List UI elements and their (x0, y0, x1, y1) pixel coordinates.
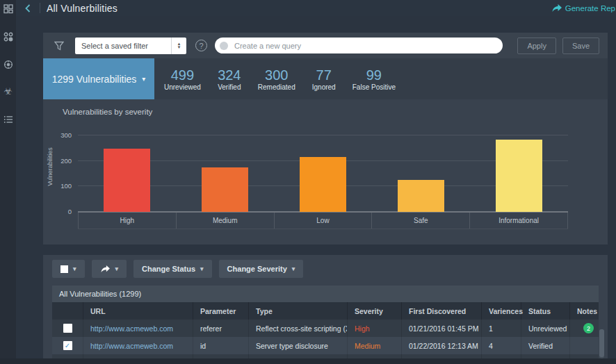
table-toolbar: ▾ ▾ Change Status ▾ Change Severity ▾ (43, 255, 608, 283)
total-vulnerabilities-dropdown[interactable]: 1299 Vulnerabilities ▾ (43, 58, 154, 99)
change-severity-label: Change Severity (227, 265, 287, 273)
change-status-label: Change Status (142, 265, 195, 273)
select-spinner-icon: ▲▼ (171, 38, 186, 54)
stat-label: Remediated (258, 83, 295, 91)
chart-category-axis: HighMediumLowSafeInformational (78, 212, 568, 229)
chart-band (274, 123, 372, 212)
saved-filter-value: Select a saved filter (75, 42, 171, 50)
stat-label: False Positive (352, 83, 396, 91)
chevron-down-icon: ▾ (292, 265, 295, 272)
stat-value: 77 (308, 67, 340, 83)
change-status-button[interactable]: Change Status ▾ (133, 260, 212, 278)
bar-informational[interactable] (496, 140, 543, 212)
stat-label: Ignored (308, 83, 340, 91)
tick-label: 200 (60, 157, 72, 165)
parameter-cell: id (193, 337, 249, 354)
note-badge[interactable]: 2 (583, 323, 594, 333)
bar-low[interactable] (300, 157, 347, 212)
top-header: All Vulnerbilities Generate Rep (16, 0, 616, 16)
share-arrow-icon (100, 265, 111, 273)
stat-value: 300 (258, 67, 295, 83)
table-body: http://www.acmeweb.comrefererReflect cro… (52, 320, 599, 364)
chevron-down-icon: ▾ (200, 265, 204, 272)
share-arrow-icon (552, 4, 562, 13)
bar-safe[interactable] (398, 180, 445, 212)
parameter-cell: referer (193, 320, 249, 337)
scrollbar-thumb[interactable] (599, 329, 604, 357)
vulnerabilities-table-card: ▾ ▾ Change Status ▾ Change Severity ▾ Al… (43, 255, 608, 364)
column-header[interactable]: Severity (348, 302, 402, 320)
column-header[interactable]: Parameter (193, 302, 249, 320)
chart-y-axis-label: Vulnerabilities (47, 132, 54, 201)
filter-bar: Select a saved filter ▲▼ ? Apply Save (43, 33, 608, 58)
save-button[interactable]: Save (562, 38, 599, 54)
chevron-down-icon: ▾ (115, 265, 119, 272)
column-header[interactable]: Type (249, 302, 348, 320)
chart-band (372, 123, 470, 212)
column-header[interactable]: URL (83, 302, 193, 320)
chart-band (78, 123, 176, 212)
checkbox-cell (52, 320, 83, 337)
chart-plot-area: 0100200300 (78, 123, 568, 212)
column-header[interactable]: First Discovered (402, 302, 482, 320)
category-label: High (78, 213, 177, 229)
column-header[interactable]: Status (521, 302, 570, 320)
table-scrollbar[interactable] (599, 329, 604, 358)
stats-list: 499Unreviewed324Verified300Remediated77I… (154, 58, 396, 99)
stat-item: 99False Positive (352, 67, 396, 91)
category-label: Low (275, 213, 373, 229)
notes-cell (570, 337, 599, 354)
chevron-down-icon: ▾ (142, 75, 145, 83)
query-input[interactable] (234, 42, 496, 50)
column-header[interactable]: Notes (570, 302, 599, 320)
column-header[interactable]: Variences (482, 302, 521, 320)
stat-item: 499Unreviewed (164, 67, 201, 91)
stat-item: 300Remediated (258, 67, 295, 91)
filter-icon (54, 41, 64, 51)
notes-cell: 2 (570, 320, 599, 337)
stat-item: 77Ignored (308, 67, 340, 91)
chart-title: Vulnerabilities by severity (63, 108, 152, 116)
chevron-down-icon: ▾ (73, 265, 76, 272)
table-row[interactable]: ✓http://www.acmeweb.comidServer type dis… (52, 337, 599, 354)
bar-medium[interactable] (202, 167, 249, 212)
list-icon[interactable] (3, 114, 13, 124)
column-header[interactable] (52, 302, 83, 320)
generate-report-button[interactable]: Generate Rep (552, 4, 616, 13)
status-cell: Unreviewed (521, 320, 570, 337)
dashboard-icon[interactable] (3, 3, 13, 14)
tick-label: 0 (68, 208, 72, 215)
share-dropdown[interactable]: ▾ (92, 260, 127, 278)
stat-value: 499 (164, 67, 201, 83)
components-icon[interactable] (3, 31, 13, 42)
header-divider (40, 3, 40, 13)
select-all-dropdown[interactable]: ▾ (52, 260, 85, 278)
type-cell: Server type disclosure (249, 337, 348, 354)
saved-filter-select[interactable]: Select a saved filter ▲▼ (75, 38, 186, 54)
total-vulnerabilities-label: 1299 Vulnerabilities (52, 74, 137, 85)
row-checkbox[interactable] (63, 324, 72, 333)
help-icon[interactable]: ? (195, 40, 207, 51)
page-title: All Vulnerbilities (47, 3, 117, 14)
back-button[interactable] (16, 0, 40, 16)
variences-cell: 4 (482, 337, 521, 354)
severity-cell: Medium (348, 337, 402, 354)
tick-label: 300 (60, 131, 72, 139)
row-checkbox[interactable]: ✓ (63, 341, 72, 350)
query-input-wrap (215, 38, 503, 53)
change-severity-button[interactable]: Change Severity ▾ (219, 260, 304, 278)
target-icon[interactable] (3, 59, 13, 69)
first-discovered-cell: 01/22/2016 12:13 AM (402, 337, 482, 354)
bar-high[interactable] (104, 149, 151, 212)
url-cell: http://www.acmeweb.com (83, 320, 193, 337)
query-dot-icon (220, 42, 228, 50)
url-link[interactable]: http://www.acmeweb.com (90, 342, 173, 350)
table-row[interactable]: http://www.acmeweb.comrefererReflect cro… (52, 320, 599, 337)
stat-label: Unreviewed (164, 83, 201, 91)
stat-item: 324Verified (213, 67, 245, 91)
table-header-row: URLParameterTypeSeverityFirst Discovered… (52, 302, 599, 320)
severity-cell: High (348, 320, 402, 337)
biohazard-icon[interactable]: ☣ (3, 85, 13, 96)
url-link[interactable]: http://www.acmeweb.com (90, 324, 173, 333)
apply-button[interactable]: Apply (517, 38, 556, 54)
